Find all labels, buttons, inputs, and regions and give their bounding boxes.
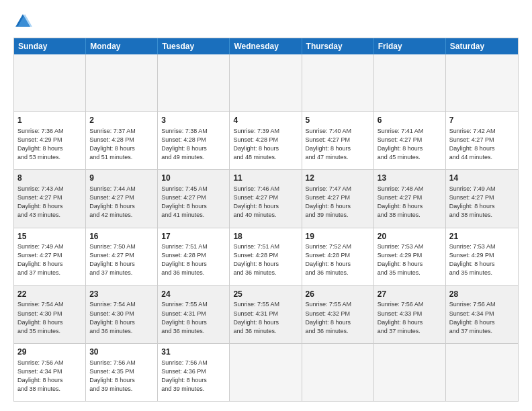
cell-info: Sunrise: 7:53 AMSunset: 4:29 PMDaylight:…: [378, 242, 442, 277]
calendar-week: 22Sunrise: 7:54 AMSunset: 4:30 PMDayligh…: [14, 285, 518, 343]
calendar-cell: 18Sunrise: 7:51 AMSunset: 4:28 PMDayligh…: [230, 228, 302, 285]
calendar-cell: 11Sunrise: 7:46 AMSunset: 4:27 PMDayligh…: [230, 170, 302, 227]
day-number: 6: [378, 115, 442, 126]
calendar-cell: 19Sunrise: 7:52 AMSunset: 4:28 PMDayligh…: [302, 228, 374, 285]
calendar-cell: 12Sunrise: 7:47 AMSunset: 4:27 PMDayligh…: [302, 170, 374, 227]
calendar-cell: 17Sunrise: 7:51 AMSunset: 4:28 PMDayligh…: [158, 228, 230, 285]
cell-info: Sunrise: 7:49 AMSunset: 4:27 PMDaylight:…: [449, 185, 515, 220]
calendar-cell: 8Sunrise: 7:43 AMSunset: 4:27 PMDaylight…: [14, 170, 86, 227]
calendar-week: [14, 54, 518, 111]
calendar-cell: 23Sunrise: 7:54 AMSunset: 4:30 PMDayligh…: [86, 286, 158, 343]
day-number: 20: [378, 231, 442, 242]
day-number: 31: [161, 347, 226, 358]
cell-info: Sunrise: 7:40 AMSunset: 4:27 PMDaylight:…: [306, 127, 370, 162]
cell-info: Sunrise: 7:56 AMSunset: 4:35 PMDaylight:…: [89, 359, 154, 394]
day-number: 2: [89, 115, 154, 126]
calendar-week: 29Sunrise: 7:56 AMSunset: 4:34 PMDayligh…: [14, 343, 518, 401]
cell-info: Sunrise: 7:42 AMSunset: 4:27 PMDaylight:…: [449, 127, 515, 162]
calendar-cell: 9Sunrise: 7:44 AMSunset: 4:27 PMDaylight…: [86, 170, 158, 227]
cell-info: Sunrise: 7:46 AMSunset: 4:27 PMDaylight:…: [233, 185, 298, 220]
calendar-cell: [302, 344, 374, 401]
calendar-cell: 7Sunrise: 7:42 AMSunset: 4:27 PMDaylight…: [446, 112, 518, 169]
calendar-cell: 3Sunrise: 7:38 AMSunset: 4:28 PMDaylight…: [158, 112, 230, 169]
cell-info: Sunrise: 7:56 AMSunset: 4:34 PMDaylight:…: [17, 359, 82, 394]
calendar-header-cell: Thursday: [302, 38, 374, 54]
calendar: SundayMondayTuesdayWednesdayThursdayFrid…: [13, 38, 519, 402]
logo-icon: [13, 12, 32, 31]
logo: [13, 12, 35, 31]
calendar-cell: [86, 54, 158, 111]
calendar-cell: 4Sunrise: 7:39 AMSunset: 4:28 PMDaylight…: [230, 112, 302, 169]
day-number: 9: [89, 173, 154, 184]
calendar-cell: 27Sunrise: 7:56 AMSunset: 4:33 PMDayligh…: [374, 286, 446, 343]
day-number: 28: [449, 289, 515, 300]
calendar-cell: 24Sunrise: 7:55 AMSunset: 4:31 PMDayligh…: [158, 286, 230, 343]
day-number: 18: [233, 231, 298, 242]
cell-info: Sunrise: 7:55 AMSunset: 4:31 PMDaylight:…: [161, 300, 226, 335]
day-number: 7: [449, 115, 515, 126]
cell-info: Sunrise: 7:37 AMSunset: 4:28 PMDaylight:…: [89, 127, 154, 162]
calendar-cell: [446, 344, 518, 401]
cell-info: Sunrise: 7:39 AMSunset: 4:28 PMDaylight:…: [233, 127, 298, 162]
day-number: 25: [233, 289, 298, 300]
calendar-header-cell: Tuesday: [158, 38, 230, 54]
cell-info: Sunrise: 7:51 AMSunset: 4:28 PMDaylight:…: [233, 242, 298, 277]
calendar-cell: 5Sunrise: 7:40 AMSunset: 4:27 PMDaylight…: [302, 112, 374, 169]
cell-info: Sunrise: 7:48 AMSunset: 4:27 PMDaylight:…: [378, 185, 442, 220]
calendar-cell: 15Sunrise: 7:49 AMSunset: 4:27 PMDayligh…: [14, 228, 86, 285]
calendar-cell: [14, 54, 86, 111]
calendar-cell: [374, 344, 446, 401]
calendar-cell: 1Sunrise: 7:36 AMSunset: 4:29 PMDaylight…: [14, 112, 86, 169]
calendar-header-row: SundayMondayTuesdayWednesdayThursdayFrid…: [14, 38, 518, 54]
day-number: 8: [17, 173, 82, 184]
day-number: 11: [233, 173, 298, 184]
calendar-cell: 30Sunrise: 7:56 AMSunset: 4:35 PMDayligh…: [86, 344, 158, 401]
cell-info: Sunrise: 7:43 AMSunset: 4:27 PMDaylight:…: [17, 185, 82, 220]
calendar-cell: 6Sunrise: 7:41 AMSunset: 4:27 PMDaylight…: [374, 112, 446, 169]
calendar-week: 8Sunrise: 7:43 AMSunset: 4:27 PMDaylight…: [14, 169, 518, 227]
cell-info: Sunrise: 7:38 AMSunset: 4:28 PMDaylight:…: [161, 127, 226, 162]
calendar-cell: 25Sunrise: 7:55 AMSunset: 4:31 PMDayligh…: [230, 286, 302, 343]
calendar-cell: 29Sunrise: 7:56 AMSunset: 4:34 PMDayligh…: [14, 344, 86, 401]
day-number: 27: [378, 289, 442, 300]
calendar-cell: [230, 344, 302, 401]
calendar-cell: [230, 54, 302, 111]
calendar-cell: 26Sunrise: 7:55 AMSunset: 4:32 PMDayligh…: [302, 286, 374, 343]
calendar-header-cell: Friday: [374, 38, 446, 54]
day-number: 29: [17, 347, 82, 358]
calendar-header-cell: Sunday: [14, 38, 86, 54]
day-number: 21: [449, 231, 515, 242]
day-number: 16: [89, 231, 154, 242]
calendar-cell: [374, 54, 446, 111]
day-number: 26: [306, 289, 370, 300]
calendar-cell: [158, 54, 230, 111]
day-number: 3: [161, 115, 226, 126]
cell-info: Sunrise: 7:54 AMSunset: 4:30 PMDaylight:…: [17, 300, 82, 335]
cell-info: Sunrise: 7:53 AMSunset: 4:29 PMDaylight:…: [449, 242, 515, 277]
calendar-cell: 21Sunrise: 7:53 AMSunset: 4:29 PMDayligh…: [446, 228, 518, 285]
cell-info: Sunrise: 7:51 AMSunset: 4:28 PMDaylight:…: [161, 242, 226, 277]
cell-info: Sunrise: 7:47 AMSunset: 4:27 PMDaylight:…: [306, 185, 370, 220]
day-number: 22: [17, 289, 82, 300]
day-number: 19: [306, 231, 370, 242]
calendar-cell: 13Sunrise: 7:48 AMSunset: 4:27 PMDayligh…: [374, 170, 446, 227]
day-number: 5: [306, 115, 370, 126]
calendar-week: 1Sunrise: 7:36 AMSunset: 4:29 PMDaylight…: [14, 111, 518, 169]
day-number: 10: [161, 173, 226, 184]
calendar-header-cell: Monday: [86, 38, 158, 54]
day-number: 30: [89, 347, 154, 358]
cell-info: Sunrise: 7:44 AMSunset: 4:27 PMDaylight:…: [89, 185, 154, 220]
cell-info: Sunrise: 7:50 AMSunset: 4:27 PMDaylight:…: [89, 242, 154, 277]
calendar-cell: 2Sunrise: 7:37 AMSunset: 4:28 PMDaylight…: [86, 112, 158, 169]
cell-info: Sunrise: 7:56 AMSunset: 4:34 PMDaylight:…: [449, 300, 515, 335]
calendar-cell: 22Sunrise: 7:54 AMSunset: 4:30 PMDayligh…: [14, 286, 86, 343]
cell-info: Sunrise: 7:55 AMSunset: 4:32 PMDaylight:…: [306, 300, 370, 335]
day-number: 1: [17, 115, 82, 126]
calendar-body: 1Sunrise: 7:36 AMSunset: 4:29 PMDaylight…: [14, 54, 518, 401]
cell-info: Sunrise: 7:49 AMSunset: 4:27 PMDaylight:…: [17, 242, 82, 277]
calendar-cell: 31Sunrise: 7:56 AMSunset: 4:36 PMDayligh…: [158, 344, 230, 401]
cell-info: Sunrise: 7:45 AMSunset: 4:27 PMDaylight:…: [161, 185, 226, 220]
cell-info: Sunrise: 7:56 AMSunset: 4:36 PMDaylight:…: [161, 359, 226, 394]
day-number: 4: [233, 115, 298, 126]
day-number: 15: [17, 231, 82, 242]
